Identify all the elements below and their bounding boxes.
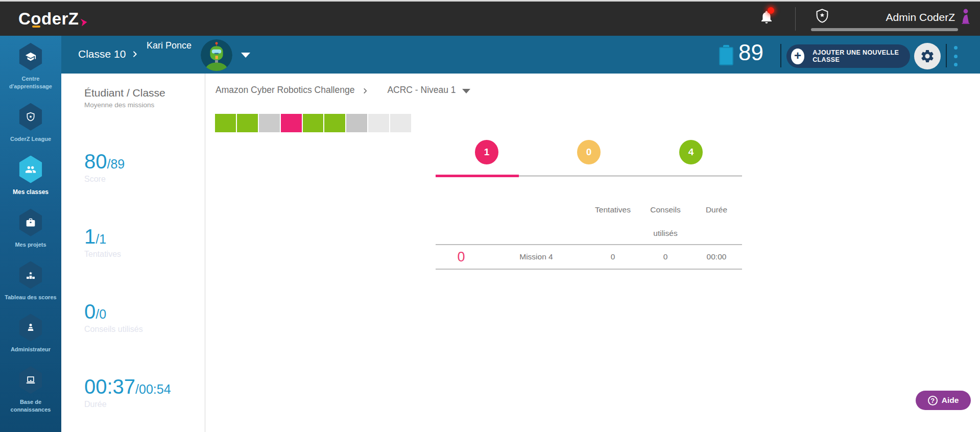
admin-avatar[interactable] (959, 8, 971, 24)
kebab-menu-button[interactable] (954, 46, 958, 66)
stats-subtitle: Moyenne des missions (84, 101, 205, 109)
admin-user-label[interactable]: Admin CoderZ (863, 11, 955, 23)
active-tab-indicator (436, 175, 519, 177)
mission-duree: 00:00 (691, 252, 742, 261)
notification-bell-button[interactable] (759, 9, 775, 26)
plus-icon: + (791, 49, 804, 64)
chevron-down-icon (462, 89, 470, 93)
level-selector[interactable]: ACRC - Niveau 1 (387, 85, 470, 95)
table-row[interactable]: 0 Mission 4 0 0 00:00 (436, 245, 742, 270)
robot-avatar-icon (201, 39, 232, 71)
settings-button[interactable] (914, 43, 941, 69)
laptop-icon (26, 375, 36, 385)
header-tentatives: Tentatives (586, 198, 640, 245)
question-mark-icon: ? (928, 396, 938, 405)
person-icon (26, 322, 36, 332)
tab-in-progress[interactable]: 1 (436, 140, 538, 164)
header-conseils: Conseils utilisés (640, 198, 691, 245)
sidebar-item-learning-center[interactable]: Centre d'apprentissage (9, 43, 52, 90)
sidebar-item-my-projects[interactable]: Mes projets (15, 209, 46, 249)
mission-segment[interactable] (237, 114, 258, 132)
stat-hints: 0/0 Conseils utilisés (84, 301, 205, 334)
hexagon-tile-active (18, 156, 43, 183)
notification-badge (768, 7, 774, 14)
breadcrumb-course[interactable]: Amazon Cyber Robotics Challenge (216, 85, 354, 95)
tabs-underline (436, 175, 742, 177)
mission-segment[interactable] (346, 114, 367, 132)
main-content: Amazon Cyber Robotics Challenge ACRC - N… (205, 74, 980, 432)
hexagon-tile (18, 314, 43, 341)
student-avatar[interactable] (201, 39, 232, 71)
battery-icon (719, 45, 733, 66)
podium-star-icon (26, 270, 36, 280)
tab-not-started[interactable]: 0 (538, 140, 640, 164)
status-tabs: 1 0 4 (436, 140, 742, 177)
classbar-divider (780, 44, 781, 67)
shield-star-icon (815, 8, 829, 23)
tab-completed[interactable]: 4 (640, 140, 742, 164)
sidebar-item-administrator[interactable]: Administrateur (11, 314, 51, 353)
briefcase-icon (26, 218, 36, 228)
classbar-divider-2 (946, 44, 947, 67)
mission-segment[interactable] (368, 114, 389, 132)
student-name-label: Kari Ponce (147, 40, 192, 51)
help-button[interactable]: ? Aide (916, 391, 971, 410)
league-badge-icon (26, 111, 36, 123)
header-duree: Durée (691, 198, 742, 245)
student-dropdown-caret[interactable] (241, 53, 250, 58)
sidebar-item-my-classes[interactable]: Mes classes (13, 156, 49, 196)
missions-progress-bar (215, 114, 411, 132)
battery-count: 89 (738, 40, 763, 65)
add-class-label: AJOUTER UNE NOUVELLE CLASSE (812, 49, 910, 63)
mission-segment[interactable] (390, 114, 411, 132)
logo-o-underline (32, 26, 40, 28)
admin-avatar-icon (959, 8, 971, 24)
hexagon-tile (18, 43, 43, 70)
mission-segment[interactable] (303, 114, 324, 132)
sidebar-nav: Centre d'apprentissage CoderZ League Mes… (0, 36, 61, 432)
stat-attempts: 1/1 Tentatives (84, 226, 205, 259)
mission-segment[interactable] (215, 114, 236, 132)
chevron-right-icon (131, 50, 139, 59)
class-header-bar: Classe 10 Kari Ponce 89 (61, 36, 980, 74)
coderz-logo[interactable]: CoderZ (18, 9, 87, 29)
hexagon-tile (18, 261, 43, 289)
add-class-button[interactable]: + AJOUTER UNE NOUVELLE CLASSE (786, 44, 910, 68)
breadcrumb-level: ACRC - Niveau 1 (387, 85, 456, 95)
mission-segment[interactable] (259, 114, 280, 132)
mission-score: 0 (436, 249, 487, 265)
sidebar-item-leaderboard[interactable]: Tableau des scores (5, 261, 56, 301)
topbar-divider (795, 7, 796, 31)
hexagon-tile (18, 366, 43, 394)
class-name-label: Classe 10 (78, 48, 126, 60)
gear-icon (920, 49, 935, 64)
graduation-cap-icon (25, 51, 36, 62)
stat-duration: 00:37/00:54 Durée (84, 376, 205, 409)
hexagon-tile (18, 103, 43, 131)
hexagon-tile (18, 209, 43, 236)
security-shield-button[interactable] (815, 8, 829, 23)
mission-conseils: 0 (640, 252, 691, 261)
breadcrumb: Amazon Cyber Robotics Challenge ACRC - N… (216, 85, 470, 95)
stats-title: Étudiant / Classe (84, 87, 205, 99)
missions-table: Tentatives Conseils utilisés Durée 0 Mis… (436, 198, 742, 270)
logo-comma-icon (81, 19, 87, 27)
mission-segment[interactable] (281, 114, 302, 132)
coderz-dashboard: CoderZ Admin CoderZ (0, 0, 980, 432)
table-header-row: Tentatives Conseils utilisés Durée (436, 198, 742, 245)
chevron-right-icon (362, 87, 369, 95)
topbar-scrollbar[interactable] (811, 28, 958, 31)
mission-segment[interactable] (324, 114, 345, 132)
student-stats-panel: Étudiant / Classe Moyenne des missions 8… (61, 74, 205, 432)
logo-text: CoderZ (18, 9, 79, 29)
topbar: CoderZ Admin CoderZ (0, 2, 980, 36)
class-breadcrumb[interactable]: Classe 10 (78, 48, 139, 60)
stat-score: 80/89 Score (84, 151, 205, 184)
mission-tentatives: 0 (586, 252, 640, 261)
sidebar-item-coderz-league[interactable]: CoderZ League (10, 103, 51, 143)
sidebar-item-knowledge-base[interactable]: Base de connaissances (11, 366, 51, 414)
mission-name: Mission 4 (487, 252, 586, 261)
people-icon (25, 164, 36, 175)
